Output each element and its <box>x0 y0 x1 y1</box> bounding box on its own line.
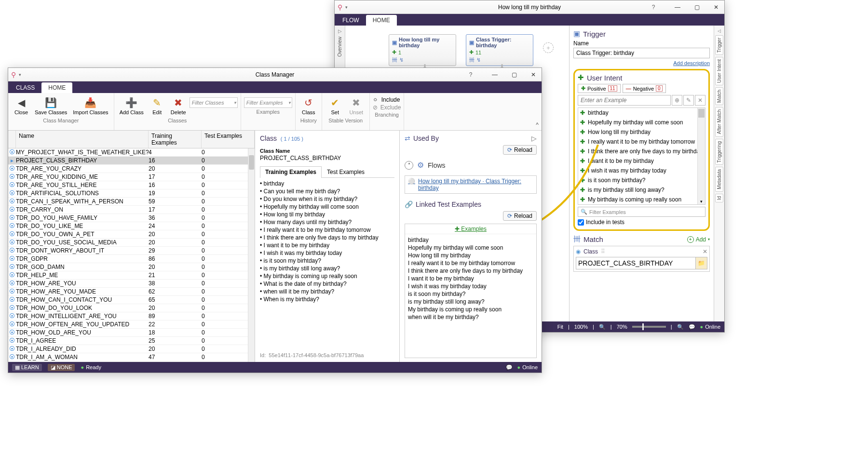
table-row[interactable]: ⦿TDR_HOW_DO_YOU_LOOK200 <box>8 304 255 312</box>
reload-button[interactable]: ⟳Reload <box>503 145 537 155</box>
side-tab[interactable]: Triggering <box>715 139 723 165</box>
table-body[interactable]: ⦿MY_PROJECT_WHAT_IS_THE_WEATHER_LIKE?40▸… <box>8 148 255 362</box>
browse-class-button[interactable]: 📁 <box>696 257 707 269</box>
table-row[interactable]: ⦿TDR_DO_YOU_HAVE_FAMILY360 <box>8 214 255 222</box>
trigger-name-input[interactable] <box>573 48 710 58</box>
side-tab[interactable]: User Intent <box>715 57 723 85</box>
reload-linked-button[interactable]: ⟳Reload <box>503 211 537 221</box>
intent-item[interactable]: ✚Hopefully my birthday will come soon <box>578 118 705 127</box>
table-row[interactable]: ⦿TDR_DO_YOU_OWN_A_PET200 <box>8 230 255 239</box>
zoom-out-icon[interactable]: 🔍 <box>599 324 606 330</box>
table-row[interactable]: ⦿TDR_HOW_INTELLIGENT_ARE_YOU890 <box>8 312 255 320</box>
fit-label[interactable]: Fit <box>557 324 563 330</box>
maximize-icon[interactable]: ▢ <box>509 71 519 78</box>
intent-item[interactable]: ✚I want it to be my birthday <box>578 156 705 166</box>
chat-icon[interactable]: 💬 <box>689 324 695 330</box>
collapse-icon[interactable]: ▷ <box>531 134 537 142</box>
maximize-icon[interactable]: ▢ <box>692 4 702 11</box>
example-item[interactable]: • When is my birthday? <box>260 295 394 303</box>
table-row[interactable]: ⦿TDR_I_AGREE250 <box>8 337 255 345</box>
table-row[interactable]: ⦿TDR_ARE_YOU_CRAZY200 <box>8 165 255 173</box>
side-tab[interactable]: Trigger <box>715 35 723 55</box>
example-item[interactable]: • is my birthday still long away? <box>260 265 394 272</box>
example-item[interactable]: • Do you know when it is my birthday? <box>260 195 394 203</box>
intent-item[interactable]: ✚My birthday is coming up really soon <box>578 195 705 204</box>
collapse-icon[interactable]: ◁ <box>718 28 721 33</box>
example-item[interactable]: • when will it be my birthday? <box>260 288 394 295</box>
table-row[interactable]: ⦿TDR_HOW_OFTEN_ARE_YOU_UPDATED220 <box>8 320 255 329</box>
linked-item[interactable]: I think there are only five days to my b… <box>408 267 533 275</box>
history-class-button[interactable]: ↺Class <box>298 94 319 117</box>
save-classes-button[interactable]: 💾Save Classes <box>32 94 69 117</box>
table-row[interactable]: ▸PROJECT_CLASS_BIRTHDAY160 <box>8 157 255 165</box>
example-item[interactable]: • I think there are only five days to my… <box>260 234 394 241</box>
side-tab[interactable]: Match <box>715 87 723 105</box>
example-item[interactable]: • My birthday is coming up really soon <box>260 272 394 280</box>
example-item[interactable]: • I wish it was my birthday today <box>260 249 394 257</box>
example-item[interactable]: • Can you tell me my birth day? <box>260 187 394 195</box>
table-row[interactable]: ⦿TDR_HOW_CAN_I_CONTACT_YOU650 <box>8 296 255 304</box>
set-stable-button[interactable]: ✔Set <box>325 94 345 117</box>
close-icon[interactable]: ✕ <box>528 71 539 78</box>
delete-example-button[interactable]: ✕ <box>695 95 705 106</box>
tab-test-examples[interactable]: Test Examples <box>322 166 370 177</box>
table-row[interactable]: ⦿TDR_DO_YOU_USE_SOCIAL_MEDIA200 <box>8 239 255 247</box>
minimize-icon[interactable]: — <box>672 4 683 11</box>
table-row[interactable]: ⦿TDR_HOW_ARE_YOU380 <box>8 280 255 288</box>
add-node-button[interactable]: ＋ <box>543 42 554 53</box>
linked-item[interactable]: I really want it to be my birthday tomor… <box>408 259 533 267</box>
example-item[interactable]: • Hopefully my birthday will come soon <box>260 203 394 211</box>
col-test[interactable]: Test Examples <box>202 131 255 148</box>
help-icon[interactable]: ? <box>648 4 659 11</box>
import-classes-button[interactable]: 📥Import Classes <box>70 94 110 117</box>
table-row[interactable]: ⦿TDR_HELP_ME210 <box>8 271 255 280</box>
linked-item[interactable]: I wish it was my birthday today <box>408 282 533 290</box>
include-in-tests-checkbox[interactable] <box>578 219 584 226</box>
table-row[interactable]: ⦿TDR_CARRY_ON170 <box>8 206 255 214</box>
expand-icon[interactable]: ▷ <box>338 28 342 34</box>
intent-item[interactable]: ✚I wish it was my birthday today <box>578 166 705 175</box>
match-add-button[interactable]: +Add ▾ <box>687 236 710 243</box>
col-train[interactable]: Training Examples <box>149 131 202 148</box>
flow-node[interactable]: ▣How long till my birthday ✚1 卌↯ <box>389 34 456 66</box>
intent-item[interactable]: ✚I really want it to be my birthday tomo… <box>578 137 705 147</box>
table-row[interactable]: ⦿TDR_ARTIFICIAL_SOLUTIONS190 <box>8 189 255 198</box>
side-tab[interactable]: Metadata <box>715 167 723 192</box>
table-row[interactable]: ⦿TDR_ARE_YOU_KIDDING_ME170 <box>8 173 255 181</box>
linked-item[interactable]: My birthday is coming up really soon <box>408 306 533 313</box>
close-icon[interactable]: ✕ <box>711 4 721 11</box>
example-input[interactable] <box>578 95 671 106</box>
filter-classes-input[interactable]: Filter Classes▾ <box>190 97 238 108</box>
table-row[interactable]: ⦿MY_PROJECT_WHAT_IS_THE_WEATHER_LIKE?40 <box>8 148 255 157</box>
linked-item[interactable]: is my birthday still long away? <box>408 298 533 306</box>
add-description-link[interactable]: Add description <box>573 60 710 66</box>
tab-home[interactable]: HOME <box>41 82 72 93</box>
edit-button[interactable]: ✎Edit <box>147 94 167 117</box>
linked-item[interactable]: I want it to be my birthday <box>408 275 533 282</box>
example-item[interactable]: • How many days until my birthday? <box>260 218 394 226</box>
exclude-button[interactable]: ⊘Exclude <box>373 104 401 111</box>
match-class-input[interactable] <box>576 257 696 269</box>
intent-item[interactable]: ✚How long till my birthday <box>578 127 705 137</box>
example-item[interactable]: • I want it to be my birthday <box>260 241 394 249</box>
example-item[interactable]: • birthday <box>260 180 394 187</box>
intent-item[interactable]: ✚is my birthday still long away? <box>578 185 705 195</box>
table-row[interactable]: ⦿TDR_GDPR860 <box>8 255 255 263</box>
tab-home[interactable]: HOME <box>366 15 397 26</box>
chat-icon[interactable]: 💬 <box>506 364 513 371</box>
linked-item[interactable]: Hopefully my birthday will come soon <box>408 244 533 252</box>
col-name[interactable]: Name <box>16 131 149 148</box>
intent-item[interactable]: ✚I think there are only five days to my … <box>578 147 705 156</box>
filter-examples-input[interactable]: 🔍Filter Examples <box>578 207 705 217</box>
linked-item[interactable]: How long till my birthday <box>408 252 533 259</box>
collapse-flows-icon[interactable]: ˄ <box>405 161 413 170</box>
drag-handle-icon[interactable]: ⠿ <box>601 248 605 255</box>
add-class-button[interactable]: ➕Add Class <box>117 94 146 117</box>
example-item[interactable]: • How long til my birthday <box>260 211 394 218</box>
table-row[interactable]: ⦿TDR_ARE_YOU_STILL_HERE160 <box>8 181 255 189</box>
linked-item[interactable]: when will it be my birthday? <box>408 313 533 321</box>
qat-dropdown-icon[interactable]: ▾ <box>345 5 348 10</box>
negative-filter[interactable]: —Negative0 <box>623 84 666 93</box>
flow-node[interactable]: ▣Class Trigger: birthday ✚11 卌↯ <box>466 34 533 66</box>
intent-item[interactable]: ✚birthday <box>578 108 705 118</box>
